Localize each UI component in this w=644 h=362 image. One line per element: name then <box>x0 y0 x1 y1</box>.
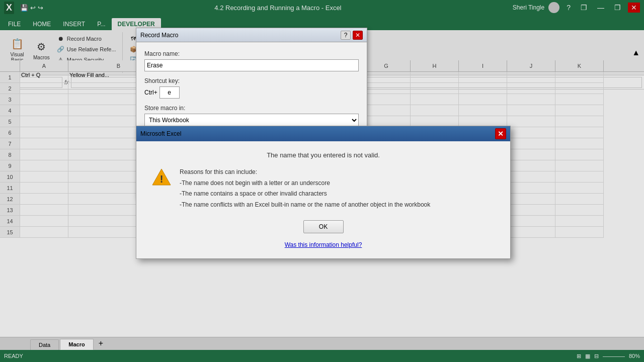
alert-reasons: Reasons for this can include: -The name … <box>180 167 430 210</box>
macro-name-label: Macro name: <box>144 50 359 57</box>
excel-alert-close-button[interactable]: ✕ <box>495 128 506 139</box>
record-macro-title-buttons: ? ✕ <box>341 31 363 40</box>
help-link[interactable]: Was this information helpful? <box>151 241 495 248</box>
excel-alert-title: Microsoft Excel <box>140 130 181 137</box>
shortcut-key-input[interactable] <box>159 86 180 99</box>
reason-2: -The name contains a space or other inva… <box>180 189 430 200</box>
shortcut-key-group: Shortcut key: Ctrl+ <box>144 77 359 99</box>
macro-name-input[interactable] <box>144 59 359 71</box>
excel-alert-title-bar: Microsoft Excel ✕ <box>136 126 510 141</box>
shortcut-label: Shortcut key: <box>144 77 359 84</box>
macro-name-group: Macro name: <box>144 50 359 71</box>
record-macro-title-bar: Record Macro ? ✕ <box>136 28 367 42</box>
alert-main-message: The name that you entered is not valid. <box>151 151 495 159</box>
excel-alert-dialog: Microsoft Excel ✕ The name that you ente… <box>136 126 511 259</box>
reason-1: -The name does not begin with a letter o… <box>180 178 430 189</box>
excel-alert-body: The name that you entered is not valid. … <box>136 141 510 258</box>
alert-content: ! Reasons for this can include: -The nam… <box>151 167 495 210</box>
alert-ok-button[interactable]: OK <box>303 220 344 233</box>
warning-triangle-icon: ! <box>151 167 172 192</box>
shortcut-row: Ctrl+ <box>144 86 359 99</box>
store-macro-group: Store macro in: This Workbook New Workbo… <box>144 105 359 127</box>
reason-3: -The name conflicts with an Excel built-… <box>180 200 430 211</box>
store-label: Store macro in: <box>144 105 359 112</box>
reasons-header: Reasons for this can include: <box>180 167 430 178</box>
alert-ok-container: OK <box>151 220 495 233</box>
store-macro-select[interactable]: This Workbook New Workbook Personal Macr… <box>144 114 359 127</box>
record-macro-title: Record Macro <box>140 32 178 39</box>
shortcut-prefix: Ctrl+ <box>144 89 157 96</box>
record-macro-help-button[interactable]: ? <box>341 31 351 40</box>
svg-text:!: ! <box>160 173 164 185</box>
record-macro-close-button[interactable]: ✕ <box>353 31 363 40</box>
